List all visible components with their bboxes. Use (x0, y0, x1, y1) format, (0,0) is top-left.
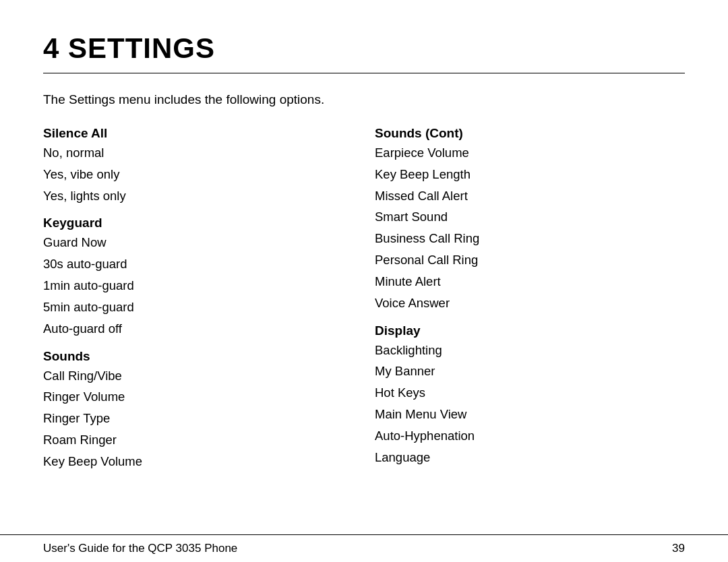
right-menu-item: Earpiece Volume (375, 142, 685, 164)
left-menu-item: 1min auto-guard (43, 275, 353, 296)
right-menu-item: Language (375, 447, 685, 468)
right-menu-item: Key Beep Length (375, 164, 685, 185)
left-menu-item: Call Ring/Vibe (43, 365, 353, 387)
left-menu-item: 30s auto-guard (43, 253, 353, 275)
right-menu-item: Main Menu View (375, 404, 685, 425)
left-menu-item: Key Beep Volume (43, 451, 353, 472)
left-menu-item: Guard Now (43, 232, 353, 253)
left-menu-item: Roam Ringer (43, 429, 353, 451)
left-menu-item: Ringer Type (43, 408, 353, 429)
right-section-header-1: Display (375, 323, 685, 338)
right-menu-item: Personal Call Ring (375, 249, 685, 271)
page-title: 4 SETTINGS (43, 32, 685, 65)
footer-left: User's Guide for the QCP 3035 Phone (43, 542, 237, 555)
right-menu-item: My Banner (375, 361, 685, 382)
left-section-header-1: Keyguard (43, 216, 353, 230)
footer-right: 39 (672, 542, 685, 555)
right-section-header-0: Sounds (Cont) (375, 126, 685, 141)
right-menu-item: Smart Sound (375, 206, 685, 228)
right-column: Sounds (Cont)Earpiece VolumeKey Beep Len… (375, 126, 685, 472)
left-menu-item: Ringer Volume (43, 386, 353, 408)
left-menu-item: Yes, vibe only (43, 164, 353, 185)
left-menu-item: Yes, lights only (43, 185, 353, 207)
columns: Silence AllNo, normalYes, vibe onlyYes, … (43, 126, 685, 472)
left-column: Silence AllNo, normalYes, vibe onlyYes, … (43, 126, 375, 472)
right-menu-item: Backlighting (375, 340, 685, 361)
right-menu-item: Hot Keys (375, 382, 685, 404)
intro-text: The Settings menu includes the following… (43, 92, 685, 107)
left-section-header-2: Sounds (43, 349, 353, 364)
right-menu-item: Auto-Hyphenation (375, 425, 685, 447)
left-menu-item: Auto-guard off (43, 318, 353, 340)
left-section-header-0: Silence All (43, 126, 353, 141)
page-content: 4 SETTINGS The Settings menu includes th… (0, 0, 728, 534)
right-menu-item: Missed Call Alert (375, 185, 685, 207)
right-menu-item: Voice Answer (375, 292, 685, 314)
left-menu-item: No, normal (43, 142, 353, 164)
title-divider (43, 73, 685, 73)
right-menu-item: Minute Alert (375, 271, 685, 292)
left-menu-item: 5min auto-guard (43, 296, 353, 318)
right-menu-item: Business Call Ring (375, 228, 685, 249)
page-footer: User's Guide for the QCP 3035 Phone 39 (0, 534, 728, 562)
